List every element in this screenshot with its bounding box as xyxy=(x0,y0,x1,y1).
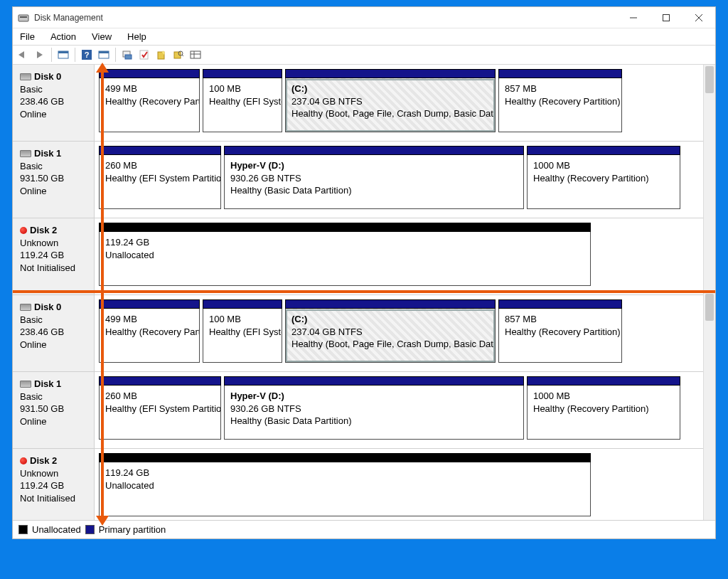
forward-button[interactable] xyxy=(32,47,48,63)
volume-header xyxy=(99,299,200,309)
new-icon[interactable] xyxy=(154,47,169,63)
refresh-icon[interactable] xyxy=(119,47,135,63)
disk-info[interactable]: Disk 0Basic238.46 GBOnline xyxy=(13,65,95,141)
volume-size: 237.04 GB NTFS xyxy=(291,326,489,339)
volume-size: 499 MB xyxy=(105,83,193,95)
volume-header xyxy=(224,376,524,386)
volume-size: 260 MB xyxy=(105,159,215,172)
disk-info[interactable]: Disk 2Unknown119.24 GBNot Initialised xyxy=(13,218,95,294)
volume-label: (C:) xyxy=(291,83,489,95)
svg-rect-3 xyxy=(663,14,670,21)
volume-status: Healthy (EFI System Partition) xyxy=(105,172,215,185)
volume-header xyxy=(203,299,282,309)
annotation-arrow-line xyxy=(101,70,104,520)
volume-cell[interactable]: 260 MBHealthy (EFI System Partition) xyxy=(99,155,221,209)
legend-swatch-unallocated xyxy=(18,525,28,534)
svg-marker-7 xyxy=(37,51,43,58)
disk-name: Disk 2 xyxy=(20,224,87,237)
disk-row[interactable]: Disk 1Basic931.50 GBOnline260 MBHealthy … xyxy=(13,142,703,218)
volume-header xyxy=(224,146,524,155)
svg-marker-26 xyxy=(96,516,109,526)
volume-status: Healthy (Boot, Page File, Crash Dump, Ba… xyxy=(291,107,489,120)
disk-name: Disk 0 xyxy=(20,70,87,83)
volume-cell[interactable]: 1000 MBHealthy (Recovery Partition) xyxy=(527,155,680,209)
volume-header xyxy=(498,299,622,309)
volume-header xyxy=(99,223,591,232)
volume-cell[interactable]: (C:)237.04 GB NTFSHealthy (Boot, Page Fi… xyxy=(285,78,496,132)
volume-cell[interactable]: 119.24 GBUnallocated xyxy=(99,232,591,286)
disk-type: Basic xyxy=(20,160,87,173)
volume-status: Healthy (Recovery Partition) xyxy=(533,403,674,415)
disk-status: Not Initialised xyxy=(20,492,87,505)
back-button[interactable] xyxy=(15,47,31,63)
toolbar: ? xyxy=(13,45,715,65)
disk-status: Online xyxy=(20,185,87,198)
volume-status: Healthy (Basic Data Partition) xyxy=(230,415,518,427)
disk-status: Not Initialised xyxy=(20,262,87,275)
disk-status: Online xyxy=(20,108,87,121)
help-icon[interactable]: ? xyxy=(79,47,95,63)
disk-info[interactable]: Disk 2Unknown119.24 GBNot Initialised xyxy=(13,449,95,520)
search-icon[interactable] xyxy=(171,47,186,63)
volume-header xyxy=(203,69,282,78)
volume-cell[interactable]: 100 MBHealthy (EFI System Partition) xyxy=(203,78,282,132)
volume-status: Healthy (EFI System Partition) xyxy=(105,403,215,415)
write-icon[interactable] xyxy=(136,47,152,63)
titlebar: Disk Management xyxy=(13,7,715,28)
disk-info[interactable]: Disk 1Basic931.50 GBOnline xyxy=(13,142,95,218)
disk-type: Basic xyxy=(20,314,87,326)
volume-header xyxy=(498,69,622,78)
disk-row[interactable]: Disk 2Unknown119.24 GBNot Initialised119… xyxy=(13,449,703,520)
disk-row[interactable]: Disk 0Basic238.46 GBOnline499 MBHealthy … xyxy=(13,65,703,142)
disk-size: 931.50 GB xyxy=(20,172,87,185)
menu-help[interactable]: Help xyxy=(124,30,149,43)
close-button[interactable] xyxy=(682,7,715,28)
menu-action[interactable]: Action xyxy=(48,30,79,43)
volume-cell[interactable]: 1000 MBHealthy (Recovery Partition) xyxy=(527,386,680,440)
volume-cell[interactable]: 260 MBHealthy (EFI System Partition) xyxy=(99,386,221,440)
disk-row[interactable]: Disk 1Basic931.50 GBOnline260 MBHealthy … xyxy=(13,372,703,449)
disk-name: Disk 2 xyxy=(20,455,87,467)
disk-info[interactable]: Disk 0Basic238.46 GBOnline xyxy=(13,295,95,371)
volume-size: 857 MB xyxy=(505,313,616,326)
volume-cell[interactable]: 857 MBHealthy (Recovery Partition) xyxy=(498,309,622,363)
volume-header xyxy=(99,376,221,386)
volume-size: 237.04 GB NTFS xyxy=(291,95,489,108)
volume-size: 100 MB xyxy=(209,313,276,326)
window: Disk Management File Action View Help ? xyxy=(12,6,716,539)
menu-file[interactable]: File xyxy=(17,30,38,43)
volume-cell[interactable]: (C:)237.04 GB NTFSHealthy (Boot, Page Fi… xyxy=(285,309,496,363)
scrollbar-thumb[interactable] xyxy=(705,294,714,321)
volume-size: 1000 MB xyxy=(533,159,674,172)
volume-cell[interactable]: Hyper-V (D:)930.26 GB NTFSHealthy (Basic… xyxy=(224,386,524,440)
disk-row[interactable]: Disk 2Unknown119.24 GBNot Initialised119… xyxy=(13,218,703,295)
volume-cell[interactable]: 857 MBHealthy (Recovery Partition) xyxy=(498,78,622,132)
volume-size: 1000 MB xyxy=(533,390,674,403)
volume-cell[interactable]: 499 MBHealthy (Recovery Partition) xyxy=(99,78,200,132)
volume-status: Healthy (Basic Data Partition) xyxy=(230,184,518,197)
maximize-button[interactable] xyxy=(650,7,682,28)
volume-cell[interactable]: 499 MBHealthy (Recovery Partition) xyxy=(99,309,200,363)
volume-cell[interactable]: 119.24 GBUnallocated xyxy=(99,462,591,516)
annotation-arrow-up xyxy=(96,63,109,73)
show-hide-icon[interactable] xyxy=(55,47,71,63)
svg-rect-13 xyxy=(99,51,109,53)
disk-row[interactable]: Disk 0Basic238.46 GBOnline499 MBHealthy … xyxy=(13,295,703,372)
disk-status: Online xyxy=(20,415,87,428)
disk-type: Unknown xyxy=(20,467,87,480)
disk-size: 931.50 GB xyxy=(20,403,87,415)
disk-status: Online xyxy=(20,339,87,351)
legend-swatch-primary xyxy=(85,525,95,534)
volume-status: Unallocated xyxy=(105,479,584,492)
menu-view[interactable]: View xyxy=(89,30,114,43)
settings-icon[interactable] xyxy=(96,47,112,63)
volume-cell[interactable]: 100 MBHealthy (EFI System Partition) xyxy=(203,309,282,363)
list-icon[interactable] xyxy=(188,47,203,63)
scrollbar-thumb[interactable] xyxy=(705,66,714,93)
legend-label-unallocated: Unallocated xyxy=(32,524,81,535)
minimize-button[interactable] xyxy=(617,7,650,28)
disk-info[interactable]: Disk 1Basic931.50 GBOnline xyxy=(13,372,95,448)
volume-cell[interactable]: Hyper-V (D:)930.26 GB NTFSHealthy (Basic… xyxy=(224,155,524,209)
disk-size: 119.24 GB xyxy=(20,249,87,262)
disk-name: Disk 0 xyxy=(20,301,87,314)
